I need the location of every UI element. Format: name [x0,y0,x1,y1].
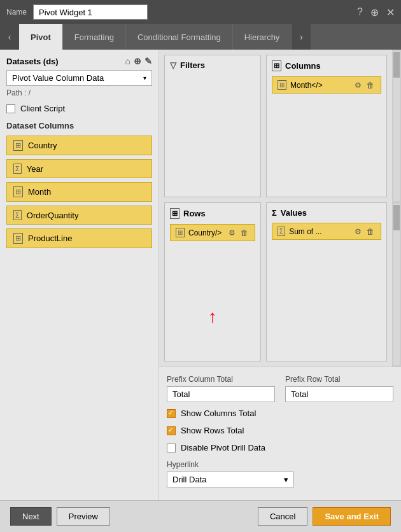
right-scroll-track[interactable] [393,204,400,365]
edit-dataset-icon[interactable]: ✎ [144,56,152,66]
dataset-columns-list: ⊞ Country Σ Year ⊞ Month Σ OrderQuantity… [6,136,152,248]
month-chip-settings-button[interactable]: ⚙ [353,81,363,90]
tab-pivot[interactable]: Pivot [19,24,63,50]
prefix-column-section: Prefix Column Total [167,375,275,402]
close-icon[interactable]: ✕ [386,6,395,18]
disable-drill-checkbox[interactable] [167,444,176,452]
tab-formatting[interactable]: Formatting [63,24,126,50]
year-col-icon: Σ [13,164,22,174]
add-dataset-icon[interactable]: ⊕ [134,56,141,66]
sumof-chip-label: Sum of ... [289,227,321,236]
next-button[interactable]: Next [10,507,52,526]
month-column-chip[interactable]: ⊞ Month</> ⚙ 🗑 [272,76,381,94]
widget-name-input[interactable] [33,4,148,20]
productline-col-icon: ⊞ [13,233,23,244]
prefix-column-label: Prefix Column Total [167,375,275,384]
sumof-value-chip[interactable]: Σ Sum of ... ⚙ 🗑 [272,223,381,240]
title-bar: Name ? ⊕ ✕ [0,0,401,24]
hyperlink-label: Hyperlink [167,460,393,469]
country-chip-icon: ⊞ [176,228,185,237]
country-col-icon: ⊞ [13,140,23,151]
country-chip-label: Country/> [188,228,222,237]
path-text: Path : / [6,88,152,97]
client-script-label: Client Script [20,104,65,113]
right-panel: ▽ Filters ⊞ Columns ⊞ Month</> ⚙ [159,50,401,500]
move-icon[interactable]: ⊕ [370,6,379,18]
show-rows-total-label: Show Rows Total [181,426,244,435]
preview-button[interactable]: Preview [57,507,110,526]
prefix-row-section: Prefix Row Total [285,375,393,402]
tab-hierarchy[interactable]: Hierarchy [233,24,292,50]
hyperlink-dropdown-arrow-icon: ▾ [284,475,288,484]
country-row-chip[interactable]: ⊞ Country/> ⚙ 🗑 [170,224,255,241]
hyperlink-section: Hyperlink Drill Data ▾ [167,460,393,487]
sumof-chip-icon: Σ [278,227,285,236]
name-label: Name [6,8,27,17]
help-icon[interactable]: ? [357,6,363,18]
arrow-up-indicator: ↑ [208,308,217,326]
show-rows-total-row: Show Rows Total [167,426,393,435]
country-col-label: Country [28,141,57,150]
col-chip-orderquantity[interactable]: Σ OrderQuantity [6,206,152,225]
col-chip-year[interactable]: Σ Year [6,159,152,178]
hyperlink-dropdown[interactable]: Drill Data ▾ [167,472,294,487]
filters-area: ▽ Filters [164,55,261,197]
filters-label: Filters [180,60,205,70]
prefix-row-input[interactable] [285,386,393,402]
options-section: Prefix Column Total Prefix Row Total Sho… [159,367,401,500]
tab-next-button[interactable]: › [292,24,311,50]
filters-header: ▽ Filters [170,60,255,70]
columns-area-header: ⊞ Columns [272,60,381,71]
values-area-header: Σ Values [272,208,381,218]
main-content: Datasets (ds) ⌂ ⊕ ✎ Pivot Value Column D… [0,50,401,500]
prefix-section: Prefix Column Total Prefix Row Total [167,375,393,402]
filter-funnel-icon: ▽ [170,60,176,70]
col-chip-country[interactable]: ⊞ Country [6,136,152,155]
save-exit-button[interactable]: Save and Exit [313,507,391,526]
datasets-icons: ⌂ ⊕ ✎ [125,56,152,66]
client-script-checkbox[interactable] [6,104,15,113]
rows-area: ⊞ Rows ⊞ Country/> ⚙ 🗑 ↑ [164,202,261,361]
datasets-label: Datasets (ds) [6,57,59,66]
country-chip-settings-button[interactable]: ⚙ [227,228,237,237]
values-sigma-icon: Σ [272,208,277,218]
top-section: ▽ Filters ⊞ Columns ⊞ Month</> ⚙ [159,50,401,202]
right-scrollbar[interactable] [392,202,401,367]
tab-prev-button[interactable]: ‹ [0,24,19,50]
year-col-label: Year [27,164,43,174]
values-area-label: Values [281,208,307,218]
dropdown-arrow-icon: ▾ [143,74,146,81]
columns-area-label: Columns [285,61,321,71]
rows-area-header: ⊞ Rows [170,208,255,219]
sumof-chip-delete-button[interactable]: 🗑 [365,227,376,236]
month-col-label: Month [28,187,51,197]
right-scroll-thumb[interactable] [393,205,400,230]
show-columns-total-label: Show Columns Total [181,409,256,418]
scrollbar[interactable] [392,50,401,202]
rows-area-label: Rows [183,209,206,218]
prefix-column-input[interactable] [167,386,275,402]
show-columns-total-checkbox[interactable] [167,409,176,418]
country-chip-delete-button[interactable]: 🗑 [239,228,250,237]
orderquantity-col-label: OrderQuantity [27,211,79,220]
client-script-row: Client Script [6,104,152,113]
dataset-dropdown[interactable]: Pivot Value Column Data ▾ [6,70,152,86]
title-icons: ? ⊕ ✕ [357,6,395,18]
columns-grid-icon: ⊞ [272,60,281,71]
columns-area: ⊞ Columns ⊞ Month</> ⚙ 🗑 [266,55,387,197]
show-rows-total-checkbox[interactable] [167,426,176,435]
col-chip-month[interactable]: ⊞ Month [6,182,152,202]
bottom-section: ⊞ Rows ⊞ Country/> ⚙ 🗑 ↑ [159,202,401,367]
scroll-track[interactable] [393,51,400,201]
home-icon[interactable]: ⌂ [125,56,130,66]
tab-conditional-formatting[interactable]: Conditional Formatting [126,24,233,50]
dataset-columns-label: Dataset Columns [6,121,152,130]
left-panel: Datasets (ds) ⌂ ⊕ ✎ Pivot Value Column D… [0,50,159,500]
scroll-thumb[interactable] [393,52,400,78]
cancel-button[interactable]: Cancel [258,507,307,526]
sumof-chip-settings-button[interactable]: ⚙ [353,227,363,236]
month-chip-delete-button[interactable]: 🗑 [365,81,376,90]
col-chip-productline[interactable]: ⊞ ProductLine [6,228,152,248]
month-chip-label: Month</> [290,81,323,90]
values-area: Σ Values Σ Sum of ... ⚙ 🗑 [266,202,387,361]
